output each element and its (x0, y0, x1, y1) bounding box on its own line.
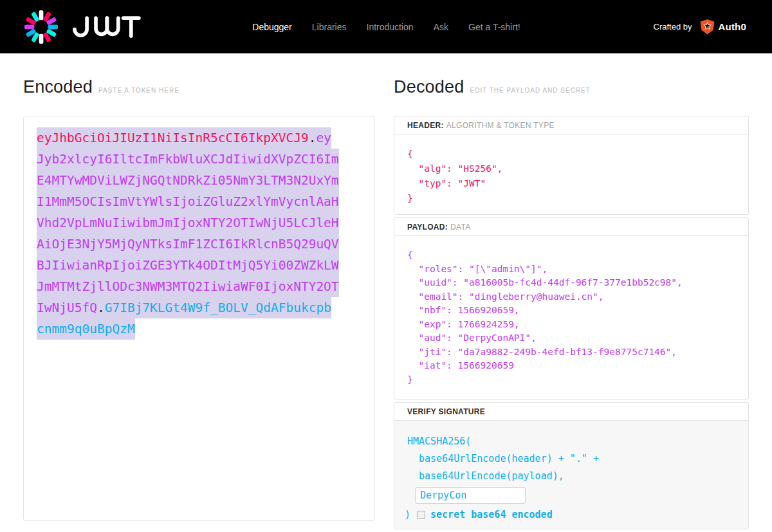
auth0-logo-icon (700, 19, 715, 35)
payload-section-label: PAYLOAD: (407, 223, 448, 232)
nav-item-ask[interactable]: Ask (434, 22, 448, 32)
verify-signature-label-bar: VERIFY SIGNATURE (394, 403, 748, 421)
encode-payload-line: base64UrlEncode(payload), (419, 468, 738, 485)
jwt-token-editor[interactable]: eyJhbGciOiJIUzI1NiIsInR5cCI6IkpXVCJ9.eyJ… (37, 127, 339, 340)
header-section-box: HEADER:ALGORITHM & TOKEN TYPE { "alg": "… (394, 116, 749, 215)
token-separator-dot: . (309, 127, 317, 149)
main-menu: Debugger Libraries Introduction Ask Get … (252, 22, 520, 32)
hmac-algorithm-line: HMACSHA256( (407, 433, 738, 450)
nav-item-tshirt[interactable]: Get a T-shirt! (468, 22, 520, 32)
debugger-main: EncodedPASTE A TOKEN HERE eyJhbGciOiJIUz… (0, 53, 772, 532)
nav-item-debugger[interactable]: Debugger (252, 22, 292, 32)
secret-input[interactable] (415, 487, 526, 504)
nav-item-introduction[interactable]: Introduction (367, 22, 414, 32)
decoded-title-text: Decoded (394, 77, 464, 96)
header-section-label: HEADER: (407, 121, 444, 130)
payload-section-label-bar: PAYLOAD:DATA (394, 218, 748, 236)
decoded-title: DecodedEDIT THE PAYLOAD AND SECRET (394, 77, 749, 100)
top-navigation-bar: Debugger Libraries Introduction Ask Get … (0, 0, 772, 53)
header-section-sublabel: ALGORITHM & TOKEN TYPE (446, 121, 555, 130)
base64-checkbox-label[interactable]: secret base64 encoded (430, 508, 553, 522)
encoded-column: EncodedPASTE A TOKEN HERE eyJhbGciOiJIUz… (23, 77, 375, 532)
encoded-subtitle: PASTE A TOKEN HERE (98, 87, 179, 94)
payload-section-sublabel: DATA (450, 223, 470, 232)
encoded-title: EncodedPASTE A TOKEN HERE (23, 77, 375, 100)
decoded-subtitle: EDIT THE PAYLOAD AND SECRET (470, 87, 590, 94)
payload-json-editor[interactable]: { "roles": "[\"admin\"]", "uuid": "a8160… (394, 236, 748, 399)
encode-header-line: base64UrlEncode(header) + "." + (419, 450, 738, 468)
verify-signature-label: VERIFY SIGNATURE (407, 407, 485, 416)
token-separator-dot: . (97, 297, 105, 318)
decoded-column: DecodedEDIT THE PAYLOAD AND SECRET HEADE… (394, 77, 749, 532)
auth0-label: Auth0 (719, 21, 747, 32)
encoded-title-text: Encoded (23, 77, 93, 96)
crafted-by-auth0[interactable]: Crafted by Auth0 (654, 19, 746, 35)
close-paren: ) (405, 508, 410, 522)
encoded-token-box[interactable]: eyJhbGciOiJIUzI1NiIsInR5cCI6IkpXVCJ9.eyJ… (23, 116, 375, 521)
token-payload-segment: eyJyb2xlcyI6IltcImFkbWluXCJdIiwidXVpZCI6… (37, 127, 339, 318)
jwt-logo-icon (23, 8, 60, 46)
verify-signature-body: HMACSHA256( base64UrlEncode(header) + ".… (394, 421, 748, 529)
nav-item-libraries[interactable]: Libraries (312, 22, 347, 32)
jwt-wordmark (70, 14, 142, 40)
payload-section-box: PAYLOAD:DATA { "roles": "[\"admin\"]", "… (394, 217, 749, 399)
jwt-brand[interactable] (23, 8, 142, 46)
header-json-editor[interactable]: { "alg": "HS256", "typ": "JWT" } (394, 134, 748, 214)
base64-checkbox[interactable] (417, 511, 425, 519)
verify-signature-box: VERIFY SIGNATURE HMACSHA256( base64UrlEn… (394, 402, 749, 529)
header-section-label-bar: HEADER:ALGORITHM & TOKEN TYPE (394, 116, 748, 134)
crafted-by-label: Crafted by (654, 22, 692, 32)
token-header-segment: eyJhbGciOiJIUzI1NiIsInR5cCI6IkpXVCJ9 (37, 127, 309, 149)
